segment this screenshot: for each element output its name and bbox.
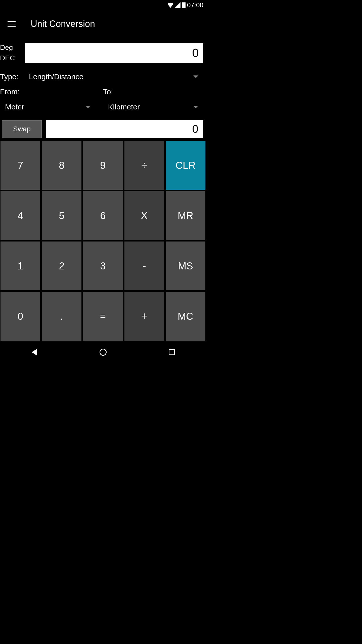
svg-rect-1 — [183, 2, 185, 2]
unit-selectors: Meter Kilometer — [0, 98, 206, 116]
swap-button[interactable]: Swap — [2, 120, 42, 138]
from-label: From: — [0, 88, 103, 96]
wifi-icon — [167, 2, 174, 8]
key-5[interactable]: 5 — [42, 191, 81, 240]
keypad: 7 8 9 ÷ CLR 4 5 6 X MR 1 2 3 - MS 0 . = … — [0, 140, 206, 342]
home-button[interactable] — [98, 347, 108, 357]
to-unit-value: Kilometer — [103, 103, 140, 111]
chevron-down-icon — [85, 106, 90, 108]
battery-icon — [182, 2, 186, 8]
result-display: 0 — [46, 120, 203, 138]
chevron-down-icon — [193, 75, 198, 78]
input-row: Deg DEC 0 — [0, 42, 206, 63]
key-4[interactable]: 4 — [1, 191, 40, 240]
key-1[interactable]: 1 — [1, 242, 40, 290]
key-equals[interactable]: = — [83, 292, 123, 341]
from-unit-select[interactable]: Meter — [0, 98, 103, 116]
key-3[interactable]: 3 — [83, 242, 123, 290]
key-2[interactable]: 2 — [42, 242, 81, 290]
back-button[interactable] — [29, 347, 39, 357]
to-label: To: — [103, 88, 206, 96]
from-to-labels: From: To: — [0, 86, 206, 98]
key-6[interactable]: 6 — [83, 191, 123, 240]
mode-dec: DEC — [0, 53, 25, 63]
key-0[interactable]: 0 — [1, 292, 40, 341]
recent-button[interactable] — [167, 347, 177, 357]
key-mr[interactable]: MR — [166, 191, 205, 240]
key-decimal[interactable]: . — [42, 292, 81, 341]
nav-bar — [0, 342, 206, 362]
type-select[interactable]: Length/Distance — [25, 72, 206, 81]
type-row: Type: Length/Distance — [0, 68, 206, 86]
key-multiply[interactable]: X — [124, 191, 164, 240]
type-value: Length/Distance — [25, 72, 83, 81]
key-ms[interactable]: MS — [166, 242, 205, 290]
mode-deg: Deg — [0, 42, 25, 53]
key-7[interactable]: 7 — [1, 141, 40, 190]
page-title: Unit Conversion — [31, 19, 95, 29]
app-bar: Unit Conversion — [0, 10, 206, 38]
swap-row: Swap 0 — [0, 118, 206, 140]
from-unit-value: Meter — [0, 103, 24, 111]
signal-icon — [175, 2, 180, 8]
clock: 07:00 — [187, 1, 203, 9]
back-icon — [32, 349, 37, 356]
key-subtract[interactable]: - — [124, 242, 164, 290]
key-8[interactable]: 8 — [42, 141, 81, 190]
recent-icon — [169, 349, 175, 355]
mode-indicator[interactable]: Deg DEC — [0, 42, 25, 63]
home-icon — [100, 349, 107, 356]
key-9[interactable]: 9 — [83, 141, 123, 190]
key-clear[interactable]: CLR — [166, 141, 205, 190]
menu-icon[interactable] — [8, 21, 16, 27]
key-add[interactable]: + — [124, 292, 164, 341]
chevron-down-icon — [193, 106, 198, 108]
key-mc[interactable]: MC — [166, 292, 205, 341]
type-label: Type: — [0, 72, 25, 81]
status-bar: 07:00 — [0, 0, 206, 10]
to-unit-select[interactable]: Kilometer — [103, 98, 206, 116]
input-display[interactable]: 0 — [25, 43, 203, 63]
svg-rect-0 — [182, 2, 186, 8]
key-divide[interactable]: ÷ — [124, 141, 164, 190]
